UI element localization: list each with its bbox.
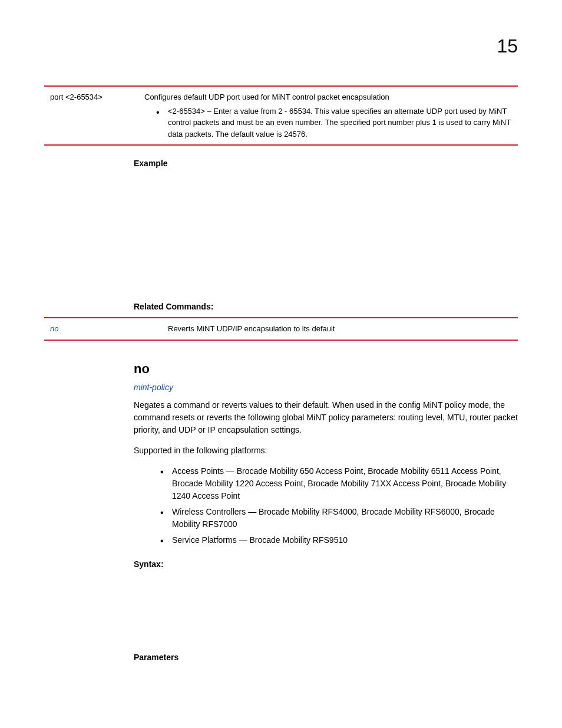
param-description-lead: Configures default UDP port used for MiN… (144, 91, 512, 103)
param-name-cell: port <2-65534> (44, 86, 138, 145)
related-command-link-cell: no (44, 318, 162, 340)
supported-platforms-label: Supported in the following platforms: (134, 444, 518, 457)
related-command-link[interactable]: no (50, 324, 58, 333)
page-number: 15 (497, 35, 518, 57)
param-bullet-list: <2-65534> – Enter a value from 2 - 65534… (144, 106, 512, 140)
platform-item: Access Points — Brocade Mobility 650 Acc… (160, 465, 518, 502)
related-command-desc: Reverts MiNT UDP/IP encapsulation to its… (162, 318, 518, 340)
related-commands-table: no Reverts MiNT UDP/IP encapsulation to … (44, 317, 518, 341)
related-commands-section: Related Commands: (134, 302, 518, 311)
syntax-label: Syntax: (134, 559, 518, 569)
no-description-paragraph: Negates a command or reverts values to t… (134, 399, 518, 436)
related-commands-label: Related Commands: (134, 302, 518, 311)
platform-item: Service Platforms — Brocade Mobility RFS… (160, 534, 518, 546)
param-table: port <2-65534> Configures default UDP po… (44, 85, 518, 146)
param-desc-cell: Configures default UDP port used for MiN… (138, 86, 518, 145)
example-section: Example (134, 159, 518, 289)
param-bullet-item: <2-65534> – Enter a value from 2 - 65534… (156, 106, 512, 140)
platform-list: Access Points — Brocade Mobility 650 Acc… (134, 465, 518, 546)
no-section: no mint-policy Negates a command or reve… (134, 361, 518, 662)
mint-policy-link[interactable]: mint-policy (134, 383, 518, 392)
platform-item: Wireless Controllers — Brocade Mobility … (160, 506, 518, 531)
syntax-placeholder (134, 575, 518, 640)
parameters-label: Parameters (134, 653, 518, 662)
example-content-placeholder (134, 174, 518, 289)
example-label: Example (134, 159, 518, 168)
main-content: port <2-65534> Configures default UDP po… (44, 85, 518, 662)
command-heading-no: no (134, 361, 518, 377)
